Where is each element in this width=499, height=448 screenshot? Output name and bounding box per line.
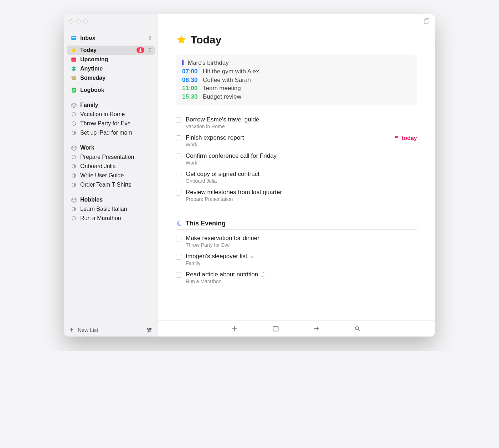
overdue-badge: 1 [137,47,145,53]
area-label: Work [80,145,151,151]
page-title-row: Today [176,34,417,46]
schedule-event[interactable]: 15:30Budget review [182,93,411,101]
event-title: Hit the gym with Alex [203,67,259,76]
logbook-icon [71,87,77,93]
project-progress-icon [71,172,77,179]
task-row[interactable]: Imogen's sleepover list Family [176,253,417,266]
project-progress-icon [71,130,77,136]
sidebar-area[interactable]: Hobbies [67,195,155,204]
sidebar-item-inbox[interactable]: Inbox 2 [67,33,155,43]
task-project: Vacation in Rome [186,124,417,129]
task-checkbox[interactable] [176,272,181,278]
task-row[interactable]: Review milestones from last quarter Prep… [176,189,417,202]
calendar-icon [71,56,77,63]
task-checkbox[interactable] [176,172,181,177]
sidebar-item-someday[interactable]: Someday [67,73,155,83]
divider [176,229,417,230]
attachment-icon [260,272,265,277]
schedule-box[interactable]: Marc's birthday07:00Hit the gym with Ale… [176,54,417,105]
event-title: Team meeting [203,84,241,93]
sidebar-project[interactable]: Prepare Presentation [67,152,155,162]
svg-rect-20 [424,20,428,24]
task-project: Run a Marathon [186,278,417,284]
move-button[interactable] [313,325,320,332]
task-checkbox[interactable] [176,153,181,159]
evening-heading: This Evening [176,220,417,227]
when-button[interactable] [272,325,279,332]
new-list-label: New List [78,327,98,333]
schedule-event[interactable]: 08:30Coffee with Sarah [182,76,411,84]
svg-point-8 [72,122,76,126]
sidebar-label: Logbook [80,87,151,93]
task-title: Make reservation for dinner [186,235,259,242]
task-project: Work [186,160,417,166]
task-checkbox[interactable] [176,190,181,196]
svg-rect-5 [72,78,76,80]
task-project: Family [186,260,417,266]
zoom-window-button[interactable] [83,19,88,24]
new-list-button[interactable]: New List [69,327,98,333]
search-button[interactable] [354,325,361,332]
task-row[interactable]: Read article about nutrition Run a Marat… [176,271,417,284]
task-checkbox[interactable] [176,236,181,241]
sidebar-item-today[interactable]: Today 1 7 [67,46,155,55]
project-label: Prepare Presentation [80,154,151,160]
inbox-icon [71,35,77,41]
svg-rect-1 [72,37,76,38]
svg-point-15 [72,217,76,220]
sidebar-project[interactable]: Order Team T-Shirts [67,180,155,189]
sidebar-project[interactable]: Onboard Julia [67,162,155,171]
task-row[interactable]: Get copy of signed contract Onboard Juli… [176,171,417,184]
task-row[interactable]: Confirm conference call for Friday Work [176,152,417,166]
sidebar-item-anytime[interactable]: Anytime [67,64,155,73]
area-icon [71,145,77,151]
task-checkbox[interactable] [176,254,181,260]
task-row[interactable]: Finish expense report Work today [176,134,417,147]
svg-rect-3 [71,58,76,59]
area-icon [71,102,77,108]
sidebar-project[interactable]: Set up iPad for mom [67,128,155,137]
sidebar-project[interactable]: Throw Party for Eve [67,119,155,128]
sidebar-count: 2 [148,35,151,41]
svg-rect-21 [273,327,278,331]
layers-icon [71,66,77,72]
project-label: Set up iPad for mom [80,130,151,136]
sidebar-area[interactable]: Family [67,100,155,110]
task-checkbox[interactable] [176,117,181,123]
sidebar-item-logbook[interactable]: Logbook [67,85,155,95]
svg-rect-4 [71,77,76,78]
svg-point-7 [72,113,76,116]
star-icon [176,34,187,46]
sidebar-label: Inbox [80,35,145,41]
svg-point-22 [355,327,359,330]
sidebar-project[interactable]: Learn Basic Italian [67,204,155,214]
task-checkbox[interactable] [176,135,181,141]
task-title: Review milestones from last quarter [186,189,282,196]
svg-rect-0 [71,36,76,40]
sidebar-project[interactable]: Vacation in Rome [67,110,155,119]
schedule-event[interactable]: Marc's birthday [182,59,411,67]
new-window-button[interactable] [423,18,430,24]
area-label: Hobbies [80,197,151,203]
task-project: Prepare Presentation [186,196,417,202]
project-progress-icon [71,215,77,222]
sidebar-footer: New List [64,323,158,337]
schedule-event[interactable]: 07:00Hit the gym with Alex [182,67,411,76]
task-project: Work [186,142,390,147]
task-row[interactable]: Borrow Esme's travel guide Vacation in R… [176,116,417,129]
sidebar-item-upcoming[interactable]: Upcoming [67,55,155,64]
close-window-button[interactable] [69,19,73,24]
deadline-label: today [402,135,417,141]
sidebar-area[interactable]: Work [67,143,155,152]
sidebar-project[interactable]: Write User Guide [67,171,155,180]
project-progress-icon [71,154,77,160]
sidebar-project[interactable]: Run a Marathon [67,214,155,223]
app-window: Inbox 2 Today 1 7 Upcoming [64,14,435,337]
task-row[interactable]: Make reservation for dinner Throw Party … [176,235,417,248]
sidebar: Inbox 2 Today 1 7 Upcoming [64,14,158,337]
minimize-window-button[interactable] [76,19,81,24]
allday-indicator [182,60,184,66]
settings-icon[interactable] [146,327,153,333]
new-task-button[interactable] [231,325,238,332]
schedule-event[interactable]: 11:00Team meeting [182,84,411,93]
